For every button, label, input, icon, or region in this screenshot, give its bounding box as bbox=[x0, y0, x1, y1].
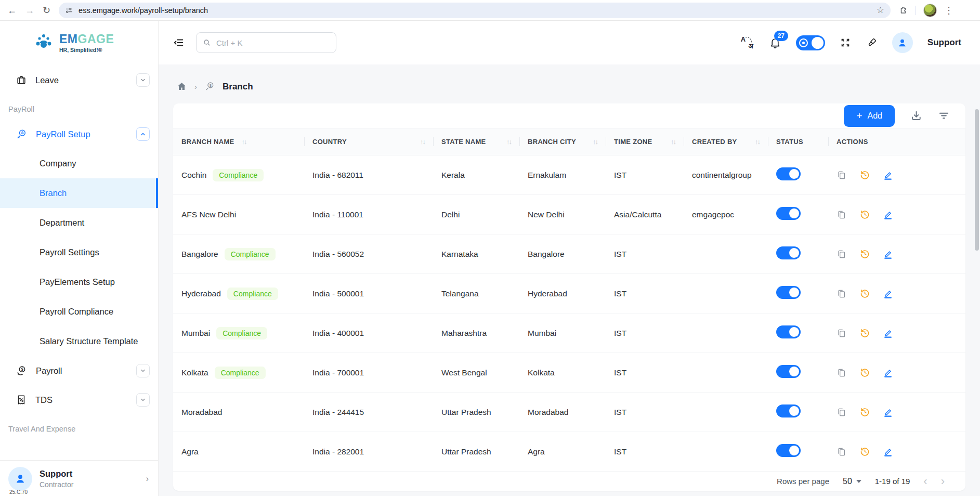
column-header-state-name[interactable]: STATE NAME↑↓ bbox=[433, 128, 519, 155]
status-toggle[interactable] bbox=[776, 444, 801, 457]
url-text[interactable]: ess.emgage.work/payroll-setup/branch bbox=[79, 6, 871, 15]
column-header-created-by[interactable]: CREATED BY↑↓ bbox=[684, 128, 768, 155]
sort-icon[interactable]: ↑↓ bbox=[671, 138, 675, 146]
status-toggle[interactable] bbox=[776, 286, 801, 299]
sort-icon[interactable]: ↑↓ bbox=[593, 138, 597, 146]
history-icon[interactable] bbox=[859, 367, 870, 378]
copy-icon[interactable] bbox=[837, 368, 847, 378]
edit-icon[interactable] bbox=[883, 447, 893, 457]
history-icon[interactable] bbox=[859, 209, 870, 220]
status-toggle[interactable] bbox=[776, 207, 801, 220]
global-search[interactable] bbox=[196, 32, 336, 53]
browser-forward-icon[interactable]: → bbox=[25, 6, 34, 15]
status-toggle[interactable] bbox=[776, 365, 801, 378]
edit-icon[interactable] bbox=[883, 289, 893, 299]
sidebar-item-salary-structure-template[interactable]: Salary Structure Template bbox=[0, 327, 158, 356]
edit-icon[interactable] bbox=[883, 368, 893, 378]
column-header-time-zone[interactable]: TIME ZONE↑↓ bbox=[606, 128, 684, 155]
sort-icon[interactable]: ↑↓ bbox=[242, 138, 246, 146]
sidebar-item-department[interactable]: Department bbox=[0, 208, 158, 238]
download-icon[interactable] bbox=[910, 110, 922, 122]
browser-profile-avatar[interactable] bbox=[923, 4, 937, 17]
home-icon[interactable] bbox=[176, 81, 187, 92]
sidebar-item-payroll-settings[interactable]: Payroll Settings bbox=[0, 238, 158, 267]
history-icon[interactable] bbox=[859, 249, 870, 259]
country-cell: India - 110001 bbox=[304, 195, 433, 234]
chevron-down-icon[interactable] bbox=[136, 364, 150, 377]
browser-menu-icon[interactable]: ⋮ bbox=[944, 6, 953, 15]
chevron-right-icon[interactable]: › bbox=[146, 474, 149, 484]
copy-icon[interactable] bbox=[837, 407, 847, 417]
next-page-icon[interactable]: › bbox=[941, 476, 945, 487]
edit-icon[interactable] bbox=[883, 249, 893, 259]
copy-icon[interactable] bbox=[837, 289, 847, 299]
edit-icon[interactable] bbox=[883, 210, 893, 220]
history-icon[interactable] bbox=[859, 407, 870, 417]
add-button[interactable]: +Add bbox=[844, 105, 895, 127]
timezone-cell: Asia/Calcutta bbox=[606, 195, 684, 234]
sidebar-item-payroll-setup[interactable]: $ PayRoll Setup bbox=[0, 120, 158, 149]
search-input[interactable] bbox=[216, 38, 315, 47]
sidebar-user-card[interactable]: Support Contractor › 25.C.70 bbox=[0, 460, 158, 496]
history-icon[interactable] bbox=[859, 446, 870, 457]
sidebar-item-leave[interactable]: Leave bbox=[0, 66, 158, 95]
sub-item-label: Payroll Settings bbox=[40, 247, 99, 257]
sort-icon[interactable]: ↑↓ bbox=[755, 138, 760, 146]
theme-brush-icon[interactable] bbox=[866, 37, 878, 49]
user-role: Contractor bbox=[40, 480, 73, 489]
sidebar-item-payroll[interactable]: $ Payroll bbox=[0, 356, 158, 385]
branch-name: Bangalore bbox=[181, 250, 218, 259]
chevron-up-icon[interactable] bbox=[136, 127, 150, 141]
notifications-bell-icon[interactable]: 27 bbox=[769, 36, 781, 49]
chevron-down-icon[interactable] bbox=[136, 73, 150, 87]
timezone-cell: IST bbox=[606, 274, 684, 314]
sidebar-item-payroll-compliance[interactable]: Payroll Compliance bbox=[0, 297, 158, 327]
browser-back-icon[interactable]: ← bbox=[7, 6, 17, 15]
rows-per-page-select[interactable]: 50 bbox=[843, 477, 861, 486]
sort-icon[interactable]: ↑↓ bbox=[506, 138, 511, 146]
edit-icon[interactable] bbox=[883, 328, 893, 338]
extensions-icon[interactable] bbox=[899, 6, 908, 15]
sidebar-item-company[interactable]: Company bbox=[0, 149, 158, 178]
chevron-down-icon[interactable] bbox=[136, 393, 150, 407]
column-header-actions: ACTIONS bbox=[828, 128, 965, 155]
fullscreen-icon[interactable] bbox=[840, 37, 851, 48]
logo-text-gage: GAGE bbox=[78, 32, 114, 46]
sidebar-item-branch[interactable]: Branch bbox=[0, 178, 158, 208]
column-header-branch-name[interactable]: BRANCH NAME↑↓ bbox=[173, 128, 304, 155]
scrollbar-thumb[interactable] bbox=[975, 109, 979, 251]
copy-icon[interactable] bbox=[837, 328, 847, 338]
edit-icon[interactable] bbox=[883, 407, 893, 417]
rows-per-page-label: Rows per page bbox=[777, 477, 829, 486]
column-header-country[interactable]: COUNTRY↑↓ bbox=[304, 128, 433, 155]
sidebar-collapse-icon[interactable] bbox=[173, 37, 185, 48]
address-bar[interactable]: ess.emgage.work/payroll-setup/branch ☆ bbox=[59, 3, 891, 18]
column-header-branch-city[interactable]: BRANCH CITY↑↓ bbox=[519, 128, 606, 155]
topbar-user-label[interactable]: Support bbox=[927, 37, 961, 48]
edit-icon[interactable] bbox=[883, 170, 893, 180]
history-icon[interactable] bbox=[859, 328, 870, 338]
copy-icon[interactable] bbox=[837, 447, 847, 457]
bookmark-star-icon[interactable]: ☆ bbox=[877, 6, 884, 15]
status-toggle[interactable] bbox=[776, 246, 801, 259]
theme-toggle[interactable] bbox=[796, 35, 825, 50]
previous-page-icon[interactable]: ‹ bbox=[923, 476, 927, 487]
filter-icon[interactable] bbox=[938, 110, 950, 122]
tds-receipt-icon bbox=[16, 394, 27, 406]
topbar-user-avatar[interactable] bbox=[892, 32, 913, 53]
copy-icon[interactable] bbox=[837, 170, 847, 180]
copy-icon[interactable] bbox=[837, 210, 847, 220]
copy-icon[interactable] bbox=[837, 249, 847, 259]
sort-icon[interactable]: ↑↓ bbox=[420, 138, 425, 146]
status-toggle[interactable] bbox=[776, 325, 801, 338]
status-toggle[interactable] bbox=[776, 167, 801, 180]
translate-icon[interactable]: Aअ bbox=[741, 36, 754, 49]
site-settings-icon[interactable] bbox=[65, 6, 73, 15]
history-icon[interactable] bbox=[859, 169, 870, 180]
history-icon[interactable] bbox=[859, 288, 870, 299]
city-cell: Agra bbox=[519, 432, 606, 472]
browser-reload-icon[interactable]: ↻ bbox=[43, 6, 50, 15]
status-toggle[interactable] bbox=[776, 404, 801, 417]
sidebar-item-payelements-setup[interactable]: PayElements Setup bbox=[0, 267, 158, 297]
sidebar-item-tds[interactable]: TDS bbox=[0, 385, 158, 414]
